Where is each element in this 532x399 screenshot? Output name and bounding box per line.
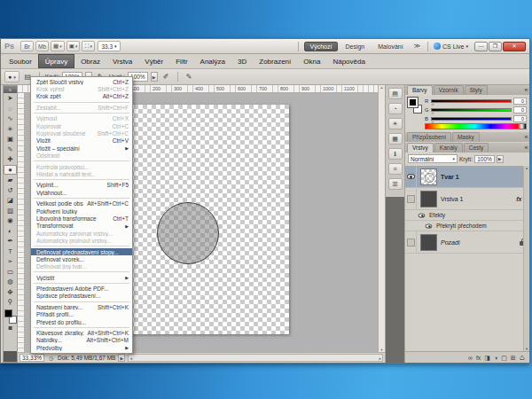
menu-item-vyplnit[interactable]: Vyplnit...Shift+F5 <box>31 182 132 189</box>
quick-mask-button[interactable]: ◙ <box>4 324 16 332</box>
fx-badge[interactable]: fx <box>516 196 521 202</box>
cs-live-button[interactable]: CS Live ▾ <box>434 43 468 50</box>
view-extras-icon[interactable]: ▦▾ <box>51 41 65 51</box>
layers-opacity-stepper[interactable]: ▶ <box>497 155 504 163</box>
menu-item-krok-zpet[interactable]: Krok zpětAlt+Ctrl+Z <box>31 93 132 100</box>
menu-item-vytahnout[interactable]: Vytáhnout... <box>31 189 132 196</box>
menu-item-definovat-vzorek[interactable]: Definovat vzorek... <box>31 255 132 262</box>
healing-brush-tool[interactable]: ✚ <box>4 154 17 165</box>
menu-item-automaticky-prolnout-vrstvy[interactable]: Automaticky prolnout vrstvy... <box>31 237 132 244</box>
eyedropper-tool[interactable]: ✎ <box>4 145 17 155</box>
blur-tool[interactable]: ◉ <box>4 215 17 226</box>
type-tool[interactable]: T <box>4 246 17 257</box>
visibility-cell[interactable] <box>405 231 417 253</box>
tab-cesty[interactable]: Cesty <box>464 143 489 153</box>
path-selection-tool[interactable]: ➢ <box>4 256 17 267</box>
eye-icon[interactable] <box>426 223 433 228</box>
gradient-tool[interactable]: ▥ <box>4 206 17 216</box>
canvas[interactable] <box>121 105 289 334</box>
blend-mode-select[interactable]: Normální▾ <box>408 154 458 163</box>
visibility-cell[interactable] <box>405 166 417 187</box>
color-spectrum-ramp[interactable] <box>425 123 527 129</box>
new-layer-icon[interactable]: ⊞ <box>511 355 516 361</box>
panel-menu-icon[interactable]: ▾≡ <box>525 134 528 139</box>
layer-row-pozadi[interactable]: Pozadí <box>405 231 529 254</box>
workspace-malovani[interactable]: Malování <box>372 42 409 51</box>
menu-item-kopirovat[interactable]: KopírovatCtrl+C <box>31 122 132 129</box>
history-brush-tool[interactable]: ↺ <box>4 185 17 196</box>
tab-vrstvy[interactable]: Vrstvy <box>407 143 434 153</box>
layer-row-tvar-1[interactable]: Tvar 1 <box>405 166 529 188</box>
move-tool[interactable]: ➤ <box>4 93 17 104</box>
lasso-tool[interactable]: ∿ <box>4 113 17 124</box>
menu-item-vlozit[interactable]: VložitCtrl+V <box>31 137 132 145</box>
menu-item-spravce-prednastaveni[interactable]: Správce přednastavení... <box>31 293 132 300</box>
menu-item-zeslabit[interactable]: Zeslabit...Shift+Ctrl+F <box>31 104 132 111</box>
add-layer-mask-icon[interactable]: ◨ <box>484 355 490 361</box>
zoom-status-box[interactable]: 33,33% <box>20 354 44 362</box>
eye-icon[interactable] <box>407 174 415 179</box>
shape-tool[interactable]: ▭ <box>4 267 17 278</box>
quick-selection-tool[interactable]: ✳ <box>4 124 17 135</box>
menu-item-velikost-podle-obsahu[interactable]: Velikost podle obsahuAlt+Shift+Ctrl+C <box>31 200 132 207</box>
tab-kanaly[interactable]: Kanály <box>434 143 463 153</box>
horizontal-scrollbar[interactable]: ◂▸ <box>128 354 383 362</box>
menu-item-transformovat[interactable]: Transformovat▶ <box>31 223 132 230</box>
menu-upravy[interactable]: Úpravy <box>38 54 74 68</box>
menu-item-kontrola-pravopisu[interactable]: Kontrola pravopisu... <box>31 163 132 170</box>
slider-value[interactable]: 0 <box>513 115 527 122</box>
panel-foreground-swatch[interactable] <box>408 98 418 107</box>
vertical-scrollbar[interactable]: ▲▼ <box>378 85 385 352</box>
menu-item-priradit-profil[interactable]: Přiřadit profil... <box>31 311 132 318</box>
menu-item-vyjmout[interactable]: VyjmoutCtrl+X <box>31 115 132 122</box>
menu-napoveda[interactable]: Nápověda <box>326 54 371 68</box>
menu-item-vycistit[interactable]: Vyčistit▶ <box>31 274 132 281</box>
menu-item-definovat-jiny-tvar[interactable]: Definovat jiný tvar... <box>31 263 132 270</box>
eraser-tool[interactable]: ◪ <box>4 195 17 206</box>
tab-prizpusobeni[interactable]: Přizpůsobení <box>407 132 451 142</box>
screen-mode-icon[interactable]: ⛶▾ <box>82 41 95 51</box>
layer-thumbnail[interactable] <box>420 234 437 251</box>
hand-tool[interactable]: ✥ <box>4 287 17 298</box>
effect-row-efekty[interactable]: Efekty <box>405 210 529 221</box>
dock-info-icon[interactable]: ℹ <box>388 148 403 160</box>
dock-swatches-icon[interactable]: ▦ <box>388 133 403 145</box>
slider-value[interactable]: 0 <box>513 98 527 105</box>
marquee-tool[interactable]: ◌ <box>4 104 17 114</box>
menu-item-nabidky[interactable]: Nabídky...Alt+Shift+Ctrl+M <box>31 337 132 344</box>
slider-knob[interactable] <box>431 111 434 114</box>
menu-item-predvolby[interactable]: Předvolby▶ <box>31 344 132 351</box>
menu-item-odstranit[interactable]: Odstranit <box>31 153 132 160</box>
status-info-icon[interactable]: ◷ <box>47 354 55 362</box>
crop-tool[interactable]: ▣ <box>4 134 17 145</box>
eye-icon[interactable] <box>419 213 426 217</box>
minimize-button[interactable]: — <box>474 42 488 51</box>
menu-item-vlozit-specialni[interactable]: Vložit – speciální▶ <box>31 145 132 152</box>
slider-value[interactable]: 0 <box>513 106 527 113</box>
link-layers-icon[interactable]: ∞ <box>468 355 473 361</box>
3d-rotate-tool[interactable]: ◍ <box>4 277 17 287</box>
menu-item-definovat-prednastaveni-stopy[interactable]: Definovat přednastavení stopy... <box>31 248 132 255</box>
menu-item-prednastaveni-adobe-pdf[interactable]: Přednastavení Adobe PDF... <box>31 285 132 292</box>
brush-tool[interactable]: ● <box>4 165 17 176</box>
pressure-size-icon[interactable]: ✎ <box>184 71 195 82</box>
menu-vrstva[interactable]: Vrstva <box>106 54 138 68</box>
menu-3d[interactable]: 3D <box>231 54 253 68</box>
color-swatches[interactable] <box>4 309 17 324</box>
flow-stepper[interactable]: ▶ <box>151 72 158 82</box>
menu-item-klavesove-zkratky[interactable]: Klávesové zkratky...Alt+Shift+Ctrl+K <box>31 329 132 336</box>
slider-track[interactable] <box>431 108 512 112</box>
zoom-tool[interactable]: ⚲ <box>4 297 17 308</box>
layer-thumbnail[interactable] <box>420 191 437 207</box>
new-group-icon[interactable]: ▢ <box>501 355 507 361</box>
bridge-icon[interactable]: Br <box>20 41 34 51</box>
visibility-cell[interactable] <box>405 188 417 209</box>
tab-styly[interactable]: Styly <box>465 85 488 95</box>
menu-item-krok-vpred[interactable]: Krok vpředShift+Ctrl+Z <box>31 85 132 92</box>
menu-filtr[interactable]: Filtr <box>169 54 193 68</box>
menu-item-prevest-do-profilu[interactable]: Převést do profilu... <box>31 318 132 325</box>
menu-item-pokriveni-loutky[interactable]: Pokřivení loutky <box>31 207 132 215</box>
tab-vzornik[interactable]: Vzorník <box>434 85 464 95</box>
panel-color-swatches[interactable] <box>408 98 422 113</box>
slider-track[interactable] <box>431 99 512 103</box>
